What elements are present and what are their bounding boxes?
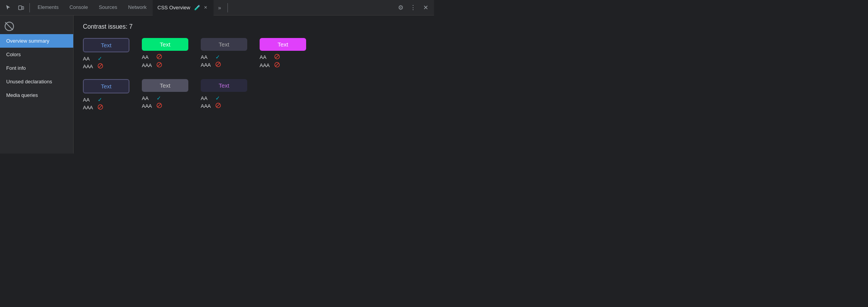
svg-rect-1 (22, 7, 24, 9)
settings-button[interactable]: ⚙ (395, 2, 406, 13)
check-row-aa: AA✓ (201, 95, 247, 101)
sidebar: Overview summaryColorsFont infoUnused de… (0, 16, 74, 154)
contrast-card: TextAA✓AAA (142, 79, 188, 111)
contrast-text-button[interactable]: Text (83, 79, 129, 93)
check-row-aa: AA✓ (142, 95, 188, 101)
contrast-checks: AA✓AAA (201, 54, 247, 68)
check-row-aaa: AAA (142, 62, 188, 69)
fail-icon (274, 62, 280, 69)
contrast-checks: AAAAA (142, 54, 188, 69)
svg-line-13 (276, 63, 279, 67)
no-icon (5, 22, 14, 31)
tab-elements[interactable]: Elements (33, 0, 63, 16)
fail-icon (157, 103, 162, 109)
more-tabs-button[interactable]: » (215, 0, 224, 16)
beaker-icon: 🧪 (194, 5, 200, 10)
sidebar-item-colors[interactable]: Colors (0, 48, 73, 61)
contrast-text-button[interactable]: Text (142, 38, 188, 51)
contrast-card: TextAA✓AAA (83, 79, 129, 111)
check-row-aaa: AAA (260, 62, 306, 69)
wcag-level-label: AA (260, 54, 270, 60)
check-row-aaa: AAA (142, 103, 188, 109)
toolbar-divider-2 (227, 3, 228, 12)
tab-network[interactable]: Network (124, 0, 152, 16)
wcag-level-label: AA (142, 54, 153, 60)
fail-icon (215, 103, 221, 109)
content-area: Contrast issues: 7 TextAA✓AAATextAAAAATe… (74, 16, 434, 154)
tab-sources[interactable]: Sources (94, 0, 122, 16)
contrast-checks: AA✓AAA (83, 97, 129, 111)
toolbar-right: ⚙ ⋮ ✕ (395, 2, 431, 13)
sidebar-item-media-queries[interactable]: Media queries (0, 88, 73, 102)
wcag-level-label: AAA (201, 62, 212, 68)
check-row-aaa: AAA (83, 104, 129, 111)
check-row-aa: AA✓ (83, 55, 129, 62)
device-toolbar-icon[interactable] (16, 2, 26, 13)
wcag-level-label: AAA (83, 105, 94, 110)
fail-icon (157, 54, 162, 60)
close-devtools-button[interactable]: ✕ (420, 2, 431, 13)
devtools-toolbar: Elements Console Sources Network CSS Ove… (0, 0, 434, 16)
svg-line-7 (158, 63, 161, 67)
pass-icon: ✓ (98, 97, 102, 103)
fail-icon (157, 62, 162, 69)
tab-console[interactable]: Console (65, 0, 93, 16)
fail-icon (274, 54, 280, 60)
fail-icon (215, 62, 221, 68)
contrast-row-1: TextAA✓AAATextAA✓AAATextAA✓AAA (83, 79, 425, 111)
sidebar-item-unused-declarations[interactable]: Unused declarations (0, 75, 73, 88)
pass-icon: ✓ (215, 95, 220, 101)
contrast-text-button[interactable]: Text (201, 79, 247, 92)
wcag-level-label: AA (83, 56, 94, 62)
check-row-aaa: AAA (201, 62, 247, 68)
contrast-checks: AA✓AAA (83, 55, 129, 70)
contrast-card: TextAA✓AAA (83, 38, 129, 70)
svg-line-19 (217, 104, 220, 107)
wcag-level-label: AA (201, 95, 212, 101)
contrast-card: TextAA✓AAA (201, 79, 247, 111)
wcag-level-label: AA (142, 95, 153, 101)
contrast-checks: AA✓AAA (201, 95, 247, 109)
contrast-card: TextAAAAA (142, 38, 188, 70)
contrast-text-button[interactable]: Text (201, 38, 247, 51)
wcag-level-label: AAA (83, 64, 94, 69)
fail-icon (98, 104, 103, 111)
wcag-level-label: AAA (260, 62, 270, 68)
sidebar-item-font-info[interactable]: Font info (0, 61, 73, 75)
pass-icon: ✓ (157, 95, 161, 101)
svg-line-5 (158, 55, 161, 59)
contrast-row-0: TextAA✓AAATextAAAAATextAA✓AAATextAAAAA (83, 38, 425, 70)
check-row-aa: AA (260, 54, 306, 60)
wcag-level-label: AAA (142, 62, 153, 68)
sidebar-item-overview-summary[interactable]: Overview summary (0, 34, 73, 48)
wcag-level-label: AAA (201, 103, 212, 109)
pass-icon: ✓ (215, 54, 220, 60)
svg-line-3 (99, 64, 102, 68)
contrast-issues-title: Contrast issues: 7 (83, 23, 425, 30)
sidebar-header (0, 19, 73, 34)
svg-line-11 (276, 55, 279, 59)
wcag-level-label: AA (201, 54, 212, 60)
main-layout: Overview summaryColorsFont infoUnused de… (0, 16, 434, 154)
check-row-aaa: AAA (83, 63, 129, 70)
cursor-icon[interactable] (3, 2, 14, 13)
contrast-text-button[interactable]: Text (260, 38, 306, 51)
contrast-grid: TextAA✓AAATextAAAAATextAA✓AAATextAAAAATe… (83, 38, 425, 111)
wcag-level-label: AAA (142, 103, 153, 109)
svg-rect-0 (19, 6, 22, 10)
wcag-level-label: AA (83, 97, 94, 103)
contrast-text-button[interactable]: Text (142, 79, 188, 92)
contrast-card: TextAA✓AAA (201, 38, 247, 70)
contrast-checks: AAAAA (260, 54, 306, 69)
fail-icon (98, 63, 103, 70)
check-row-aa: AA✓ (201, 54, 247, 60)
svg-line-9 (217, 63, 220, 66)
more-options-button[interactable]: ⋮ (408, 2, 418, 13)
contrast-text-button[interactable]: Text (83, 38, 129, 52)
pass-icon: ✓ (98, 55, 102, 62)
check-row-aaa: AAA (201, 103, 247, 109)
svg-line-17 (158, 104, 161, 107)
contrast-card: TextAAAAA (260, 38, 306, 70)
tab-css-overview[interactable]: CSS Overview 🧪 ✕ (153, 0, 214, 16)
tab-close-button[interactable]: ✕ (203, 5, 209, 11)
